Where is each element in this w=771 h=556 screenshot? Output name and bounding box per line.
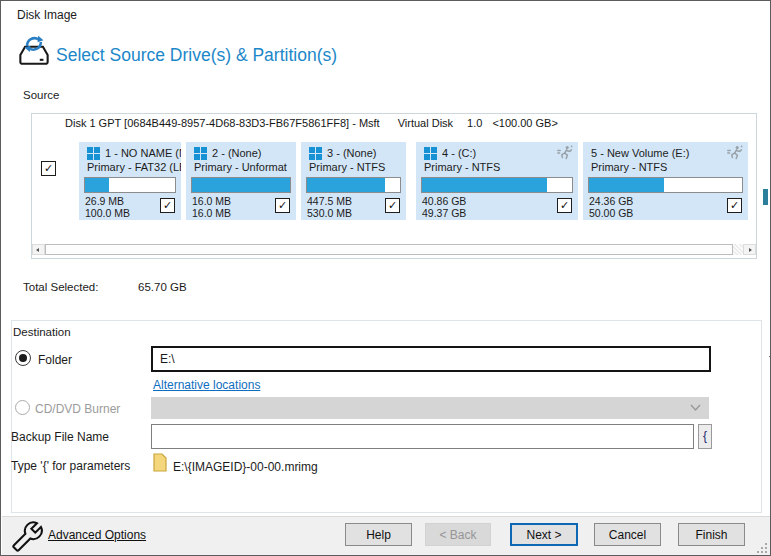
partition-sizes: 40.86 GB 49.37 GB (422, 195, 466, 219)
partition-usage-bar (306, 177, 401, 193)
partition-checkbox[interactable]: ✓ (385, 198, 400, 213)
partition-used-size: 16.0 MB (192, 195, 231, 207)
partition-checkbox[interactable]: ✓ (160, 198, 175, 213)
folder-path-combobox[interactable]: E:\ (151, 346, 711, 372)
scrollbar-thumb[interactable] (45, 244, 733, 255)
partition-usage-fill (192, 178, 290, 192)
partition-checkbox[interactable]: ✓ (557, 198, 572, 213)
disk-select-checkbox[interactable]: ✓ (41, 161, 56, 176)
destination-section-label: Destination (13, 326, 71, 338)
disk-image-dialog: Disk Image Select Source Drive(s) & Part… (0, 0, 771, 556)
partition-total-size: 100.0 MB (85, 207, 130, 219)
partition-header: 4 - (C:) (424, 146, 476, 160)
scroll-right-button[interactable] (743, 244, 756, 255)
page-title: Select Source Drive(s) & Partition(s) (56, 45, 337, 66)
backup-file-name-label: Backup File Name (11, 430, 109, 444)
partition-usage-bar (421, 177, 573, 193)
running-man-icon (557, 145, 573, 161)
folder-radio[interactable] (15, 350, 31, 366)
source-section-label: Source (23, 89, 59, 101)
cd-dvd-combobox (151, 397, 709, 419)
total-selected-value: 65.70 GB (138, 281, 187, 293)
disk-refresh-icon (13, 32, 55, 74)
partition-sizes: 447.5 MB 530.0 MB (307, 195, 352, 219)
alternative-locations-link[interactable]: Alternative locations (153, 378, 260, 392)
partition-type: Primary - NTFS (591, 161, 667, 173)
windows-logo-icon (424, 147, 437, 160)
scroll-left-button[interactable] (32, 244, 45, 255)
finish-button[interactable]: Finish (678, 523, 745, 546)
cd-dvd-radio[interactable] (15, 400, 30, 415)
backup-file-path-preview: E:\{IMAGEID}-00-00.mrimg (173, 460, 318, 474)
running-man-icon (727, 145, 743, 161)
back-button[interactable]: < Back (425, 523, 491, 546)
partition-label: 4 - (C:) (442, 147, 476, 159)
partition-tile[interactable]: 4 - (C:) Primary - NTFS 40.86 GB 49.37 G… (416, 142, 578, 220)
bottom-button-bar: Advanced Options Help < Back Next > Canc… (2, 516, 771, 556)
windows-logo-icon (87, 147, 100, 160)
windows-logo-icon (194, 147, 207, 160)
next-button[interactable]: Next > (510, 523, 578, 546)
partition-header: 2 - (None) (194, 146, 262, 160)
partition-total-size: 530.0 MB (307, 207, 352, 219)
parameters-hint-label: Type '{' for parameters (11, 459, 130, 473)
backup-file-name-input[interactable] (151, 424, 694, 449)
vertical-scrollbar[interactable] (758, 113, 771, 259)
partition-header: 3 - (None) (309, 146, 377, 160)
partition-usage-fill (422, 178, 547, 192)
partition-usage-fill (85, 178, 109, 192)
partition-type: Primary - NTFS (309, 161, 385, 173)
advanced-options-link[interactable]: Advanced Options (48, 528, 146, 542)
insert-parameter-button[interactable]: { (698, 424, 712, 449)
partition-checkbox[interactable]: ✓ (275, 198, 290, 213)
partition-used-size: 447.5 MB (307, 195, 352, 207)
folder-radio-label: Folder (38, 353, 72, 367)
partition-header: 5 - New Volume (E:) (591, 146, 689, 160)
partition-header: 1 - NO NAME (N (87, 146, 181, 160)
windows-logo-icon (309, 147, 322, 160)
partition-usage-bar (84, 177, 176, 193)
help-button[interactable]: Help (345, 523, 412, 546)
partition-label: 1 - NO NAME (N (105, 147, 181, 159)
partition-total-size: 49.37 GB (422, 207, 466, 219)
partition-label: 2 - (None) (212, 147, 262, 159)
partition-sizes: 16.0 MB 16.0 MB (192, 195, 231, 219)
disk-type: Virtual Disk (398, 117, 453, 129)
partition-total-size: 16.0 MB (192, 207, 231, 219)
wrench-icon (12, 521, 43, 552)
partition-total-size: 50.00 GB (589, 207, 633, 219)
partition-sizes: 26.9 MB 100.0 MB (85, 195, 130, 219)
partition-label: 3 - (None) (327, 147, 377, 159)
vertical-scroll-thumb[interactable] (763, 189, 768, 205)
total-selected-label: Total Selected: (23, 281, 98, 293)
resize-grip[interactable] (757, 543, 767, 553)
partition-type: Primary - FAT32 (LBA) (87, 161, 181, 173)
partition-used-size: 40.86 GB (422, 195, 466, 207)
partition-tile[interactable]: 5 - New Volume (E:) Primary - NTFS 24.36… (583, 142, 748, 220)
partition-tile[interactable]: 1 - NO NAME (N Primary - FAT32 (LBA) 26.… (79, 142, 181, 220)
horizontal-scrollbar[interactable] (32, 244, 756, 255)
folder-path-value: E:\ (160, 352, 175, 366)
window-title: Disk Image (17, 8, 77, 22)
disk-version: 1.0 (467, 117, 482, 129)
partition-tile[interactable]: 3 - (None) Primary - NTFS 447.5 MB 530.0… (301, 142, 406, 220)
cancel-button[interactable]: Cancel (594, 523, 661, 546)
partition-usage-bar (588, 177, 743, 193)
partition-usage-fill (589, 178, 664, 192)
disk-header: Disk 1 GPT [0684B449-8957-4D68-83D3-FB67… (65, 117, 558, 129)
partition-usage-bar (191, 177, 291, 193)
partition-checkbox[interactable]: ✓ (727, 198, 742, 213)
disk-size: <100.00 GB> (492, 117, 557, 129)
partition-type: Primary - Unformat (194, 161, 287, 173)
chevron-down-icon (690, 404, 701, 412)
cd-dvd-radio-label: CD/DVD Burner (35, 402, 120, 416)
partition-usage-fill (307, 178, 385, 192)
partition-sizes: 24.36 GB 50.00 GB (589, 195, 633, 219)
backup-file-icon (153, 453, 167, 472)
partition-type: Primary - NTFS (424, 161, 500, 173)
partition-used-size: 26.9 MB (85, 195, 130, 207)
partition-tile[interactable]: 2 - (None) Primary - Unformat 16.0 MB 16… (186, 142, 296, 220)
partition-used-size: 24.36 GB (589, 195, 633, 207)
partition-label: 5 - New Volume (E:) (591, 147, 689, 159)
source-disk-panel: Disk 1 GPT [0684B449-8957-4D68-83D3-FB67… (31, 113, 757, 259)
